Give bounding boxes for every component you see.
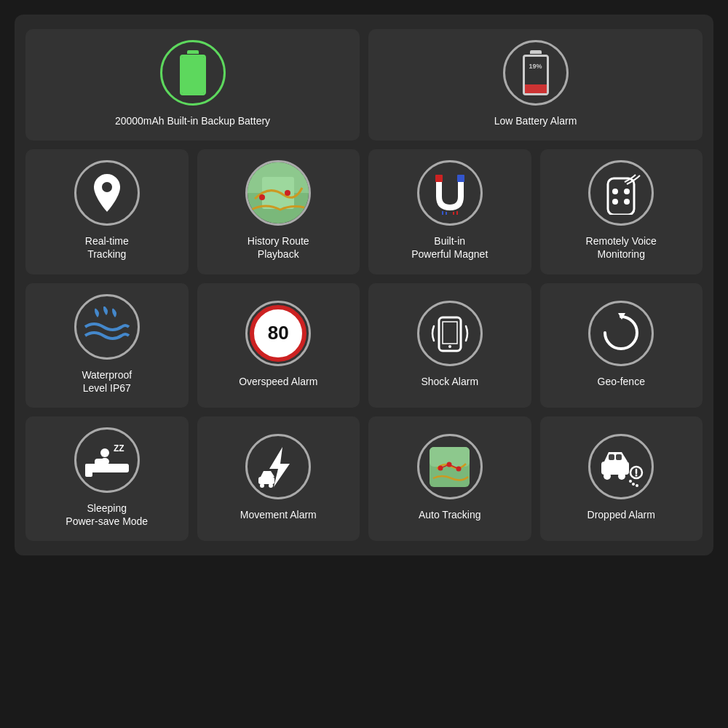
svg-rect-22: [85, 464, 92, 477]
svg-point-4: [259, 194, 265, 200]
speed-sign: 80: [250, 305, 306, 362]
svg-point-25: [100, 448, 109, 457]
svg-rect-40: [616, 454, 622, 460]
svg-point-5: [285, 190, 290, 196]
svg-rect-36: [601, 462, 629, 475]
history-route-label: History RoutePlayback: [248, 234, 309, 261]
feature-sleep[interactable]: ZZ SleepingPower-save Mode: [25, 416, 189, 541]
shock-icon-circle: [417, 301, 483, 366]
svg-point-44: [632, 483, 635, 486]
svg-point-16: [624, 199, 630, 205]
feature-history-route[interactable]: History RoutePlayback: [197, 149, 360, 274]
geofence-icon-circle: [588, 301, 654, 366]
svg-rect-6: [435, 175, 443, 182]
feature-row-1: 20000mAh Built-in Backup Battery 19% Low…: [25, 29, 703, 141]
movement-icon: [255, 443, 302, 491]
feature-auto-tracking[interactable]: Auto Tracking: [368, 416, 531, 541]
movement-label: Movement Alarm: [240, 508, 317, 521]
svg-rect-39: [609, 454, 614, 460]
svg-text:ZZ: ZZ: [114, 443, 124, 454]
svg-rect-18: [443, 322, 457, 344]
sleep-label: SleepingPower-save Mode: [66, 502, 148, 528]
phone-shake-icon: [428, 312, 472, 355]
movement-icon-circle: [245, 434, 311, 499]
dropped-label: Dropped Alarm: [587, 508, 655, 521]
svg-point-30: [269, 483, 273, 488]
waterproof-label: WaterproofLevel IP67: [82, 368, 132, 395]
sleep-icon: ZZ: [82, 438, 132, 482]
low-battery-label: Low Battery Alarm: [494, 114, 577, 127]
svg-point-42: [636, 474, 638, 476]
svg-point-15: [612, 199, 618, 205]
svg-point-14: [624, 189, 630, 194]
speed-number: 80: [268, 322, 289, 344]
feature-row-4: ZZ SleepingPower-save Mode Movement Alar…: [25, 416, 703, 541]
svg-point-13: [612, 189, 618, 194]
svg-rect-12: [608, 178, 634, 215]
feature-low-battery[interactable]: 19% Low Battery Alarm: [368, 29, 703, 141]
feature-battery[interactable]: 20000mAh Built-in Backup Battery: [25, 29, 360, 141]
feature-waterproof[interactable]: WaterproofLevel IP67: [25, 283, 189, 408]
magnet-icon-circle: [417, 160, 483, 226]
overspeed-icon-circle: 80: [245, 301, 311, 366]
dropped-icon-circle: [588, 434, 654, 499]
battery-icon-circle: [160, 40, 226, 106]
feature-shock[interactable]: Shock Alarm: [368, 283, 531, 408]
feature-magnet[interactable]: Built-inPowerful Magnet: [368, 149, 531, 274]
svg-point-29: [260, 483, 264, 488]
sleep-icon-circle: ZZ: [74, 427, 140, 493]
overspeed-label: Overspeed Alarm: [239, 375, 317, 388]
realtime-tracking-label: Real-timeTracking: [85, 234, 129, 261]
water-icon: [82, 306, 132, 347]
feature-realtime-tracking[interactable]: Real-timeTracking: [25, 149, 189, 274]
remote-icon: [599, 171, 643, 215]
feature-voice-monitoring[interactable]: Remotely VoiceMonitoring: [540, 149, 703, 274]
svg-point-38: [618, 472, 625, 480]
waterproof-icon-circle: [74, 294, 140, 360]
svg-point-37: [604, 472, 611, 480]
feature-dropped[interactable]: Dropped Alarm: [540, 416, 703, 541]
pin-icon-circle: [74, 160, 140, 226]
magnet-icon: [428, 171, 472, 215]
dropped-alarm-icon: [596, 443, 646, 491]
map-route-icon-circle: [245, 160, 311, 226]
low-battery-icon: 19%: [523, 50, 549, 95]
feature-row-2: Real-timeTracking History RoutePlayback: [25, 149, 703, 274]
map-route-icon: [248, 162, 309, 223]
voice-monitoring-label: Remotely VoiceMonitoring: [586, 234, 657, 261]
svg-rect-7: [457, 175, 464, 182]
feature-movement[interactable]: Movement Alarm: [197, 416, 360, 541]
svg-point-24: [100, 458, 109, 465]
feature-grid-container: 20000mAh Built-in Backup Battery 19% Low…: [15, 15, 713, 555]
auto-tracking-map-icon: [426, 443, 473, 491]
svg-rect-28: [258, 477, 274, 484]
location-pin-icon: [88, 173, 126, 213]
feature-geofence[interactable]: Geo-fence: [540, 283, 703, 408]
auto-tracking-label: Auto Tracking: [419, 508, 481, 521]
svg-point-0: [102, 182, 112, 192]
battery-icon: [180, 50, 206, 95]
shock-label: Shock Alarm: [421, 375, 478, 388]
feature-row-3: WaterproofLevel IP67 80 Overspeed Alarm: [25, 283, 703, 408]
auto-tracking-icon-circle: [417, 434, 483, 499]
geofence-label: Geo-fence: [598, 375, 645, 388]
remote-icon-circle: [588, 160, 654, 226]
geofence-icon: [598, 309, 645, 357]
magnet-label: Built-inPowerful Magnet: [411, 234, 488, 261]
svg-point-45: [636, 484, 638, 487]
feature-overspeed[interactable]: 80 Overspeed Alarm: [197, 283, 360, 408]
low-battery-icon-circle: 19%: [503, 40, 569, 106]
svg-point-43: [629, 480, 632, 483]
svg-point-19: [448, 345, 451, 348]
battery-label: 20000mAh Built-in Backup Battery: [115, 114, 270, 127]
